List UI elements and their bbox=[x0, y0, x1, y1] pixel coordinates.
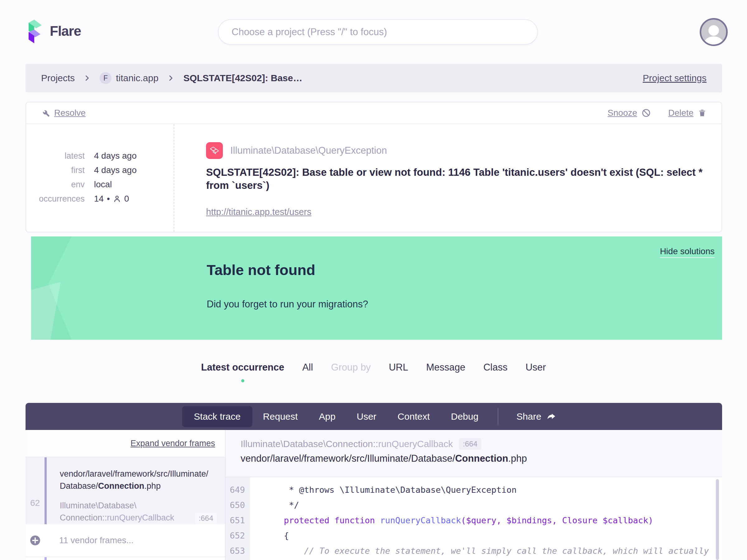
project-badge: F bbox=[100, 72, 111, 84]
error-card: Resolve Snooze Delete bbox=[26, 102, 722, 232]
nav-divider bbox=[498, 408, 498, 425]
user-avatar[interactable] bbox=[700, 18, 728, 46]
error-detail-panel: Illuminate\Database\QueryException SQLST… bbox=[174, 124, 721, 232]
solution-title: Table not found bbox=[207, 261, 315, 278]
line-number: 650 bbox=[226, 498, 245, 513]
frame-number: 62 bbox=[26, 498, 45, 508]
occurrence-tab-class[interactable]: Class bbox=[483, 362, 508, 373]
vendor-frames-label: 11 vendor frames... bbox=[59, 535, 133, 545]
occurrence-tab-latest-occurrence[interactable]: Latest occurrence bbox=[201, 362, 284, 373]
vendor-frames-toggle[interactable]: 11 vendor frames... bbox=[26, 524, 225, 557]
meta-env: env local bbox=[26, 180, 174, 189]
snooze-button[interactable]: Snooze bbox=[608, 108, 651, 118]
occurrence-count: 14 bbox=[94, 194, 104, 204]
meta-latest: latest 4 days ago bbox=[26, 151, 174, 161]
flare-logo[interactable]: Flare bbox=[25, 18, 81, 44]
project-settings-link[interactable]: Project settings bbox=[643, 73, 706, 83]
code-line: protected function runQueryCallback($que… bbox=[264, 513, 722, 528]
code-line: */ bbox=[264, 498, 722, 513]
line-number: 651 bbox=[226, 513, 245, 528]
code-scrollbar[interactable] bbox=[716, 479, 719, 560]
snooze-ban-icon bbox=[642, 108, 651, 117]
share-button[interactable]: Share bbox=[507, 406, 566, 427]
trace-tab-request[interactable]: Request bbox=[252, 406, 308, 427]
occurrence-tab-all[interactable]: All bbox=[302, 362, 313, 373]
plus-circle-icon bbox=[26, 534, 45, 546]
trace-tab-context[interactable]: Context bbox=[387, 406, 440, 427]
flare-logo-icon bbox=[25, 18, 43, 44]
code-line-badge: :664 bbox=[459, 438, 481, 450]
user-icon bbox=[113, 195, 121, 203]
code-panel: Illuminate\Database\Connection::runQuery… bbox=[226, 430, 722, 560]
frame-class-method: Illuminate\Database\ Connection::runQuer… bbox=[60, 500, 174, 524]
chevron-right-icon bbox=[83, 74, 92, 82]
frame-file-path: vendor/laravel/framework/src/Illuminate/… bbox=[60, 468, 197, 492]
trace-tab-user[interactable]: User bbox=[346, 406, 387, 427]
stack-frame-selected[interactable]: 62 vendor/laravel/framework/src/Illumina… bbox=[26, 457, 225, 524]
share-arrow-icon bbox=[546, 411, 556, 422]
frame-accent-bar bbox=[45, 457, 47, 524]
occurrence-tabs: Latest occurrenceAllGroup byURLMessageCl… bbox=[0, 362, 747, 373]
chevron-right-icon bbox=[166, 74, 175, 82]
code-header-file: vendor/laravel/framework/src/Illuminate/… bbox=[240, 453, 722, 464]
trash-icon bbox=[698, 109, 706, 117]
top-bar: Flare bbox=[0, 0, 747, 64]
trace-tab-debug[interactable]: Debug bbox=[440, 406, 489, 427]
exception-url-link[interactable]: http://titanic.app.test/users bbox=[206, 207, 312, 217]
line-number: 649 bbox=[226, 482, 245, 498]
expand-vendor-frames-link[interactable]: Expand vendor frames bbox=[130, 439, 215, 448]
laravel-icon bbox=[206, 142, 223, 159]
line-number: 652 bbox=[226, 528, 245, 543]
project-search-input[interactable] bbox=[218, 19, 538, 45]
brand-name: Flare bbox=[50, 23, 81, 39]
trace-tab-app[interactable]: App bbox=[308, 406, 346, 427]
affected-users-count: 0 bbox=[124, 194, 129, 204]
code-source: * @throws \Illuminate\Database\QueryExce… bbox=[250, 477, 722, 560]
trace-navbar: Stack traceRequestAppUserContextDebugSha… bbox=[26, 403, 722, 430]
code-line: * @throws \Illuminate\Database\QueryExce… bbox=[264, 482, 722, 498]
exception-message: SQLSTATE[42S02]: Base table or view not … bbox=[206, 166, 703, 192]
code-line: { bbox=[264, 528, 722, 543]
solution-description: Did you forget to run your migrations? bbox=[207, 299, 368, 310]
occurrence-tab-user[interactable]: User bbox=[525, 362, 546, 373]
solution-banner: Hide solutions Table not found Did you f… bbox=[31, 236, 722, 340]
code-line-numbers: 649650651652653 bbox=[226, 477, 250, 560]
avatar-person-icon bbox=[709, 25, 719, 36]
error-meta-panel: latest 4 days ago first 4 days ago env l… bbox=[26, 124, 174, 232]
occurrence-tab-message[interactable]: Message bbox=[426, 362, 465, 373]
frames-panel: Expand vendor frames 62 vendor/laravel/f… bbox=[26, 430, 226, 560]
error-actions-bar: Resolve Snooze Delete bbox=[26, 102, 721, 124]
code-viewer[interactable]: 649650651652653 * @throws \Illuminate\Da… bbox=[226, 477, 722, 560]
breadcrumb-current-error: SQLSTATE[42S02]: Base… bbox=[183, 73, 302, 83]
occurrence-tab-group-by: Group by bbox=[331, 362, 371, 373]
resolve-button[interactable]: Resolve bbox=[41, 108, 85, 118]
breadcrumb-project-link[interactable]: F titanic.app bbox=[100, 72, 158, 84]
hide-solutions-link[interactable]: Hide solutions bbox=[660, 246, 715, 258]
next-frame-partial bbox=[26, 557, 225, 560]
trace-tab-stack-trace[interactable]: Stack trace bbox=[182, 406, 252, 427]
meta-first: first 4 days ago bbox=[26, 165, 174, 175]
exception-class: Illuminate\Database\QueryException bbox=[230, 145, 387, 156]
breadcrumb: Projects F titanic.app SQLSTATE[42S02]: … bbox=[26, 64, 722, 92]
wrench-icon bbox=[41, 109, 50, 117]
flare-error-page: Flare Projects F titanic.app SQLSTATE[42… bbox=[0, 0, 747, 560]
frame-line-badge: :664 bbox=[195, 512, 217, 524]
code-line: // To execute the statement, we'll simpl… bbox=[264, 543, 722, 558]
code-header-class: Illuminate\Database\Connection::runQuery… bbox=[240, 438, 722, 450]
delete-button[interactable]: Delete bbox=[668, 108, 706, 118]
occurrence-tab-url[interactable]: URL bbox=[389, 362, 408, 373]
line-number: 653 bbox=[226, 543, 245, 558]
meta-occurrences: occurrences 14 • 0 bbox=[26, 194, 174, 204]
stack-trace-card: Stack traceRequestAppUserContextDebugSha… bbox=[26, 403, 722, 560]
active-tab-dot bbox=[241, 379, 244, 382]
breadcrumb-projects-link[interactable]: Projects bbox=[41, 73, 75, 83]
